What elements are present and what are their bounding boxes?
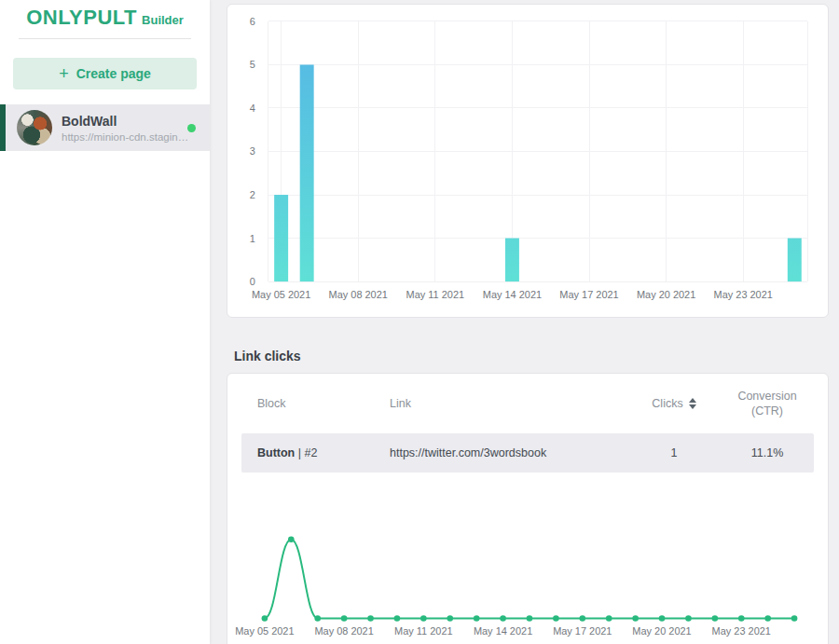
svg-text:May 20 2021: May 20 2021 [632, 625, 691, 637]
svg-text:May 05 2021: May 05 2021 [235, 625, 294, 637]
block-number: | #2 [298, 446, 318, 459]
svg-text:May 11 2021: May 11 2021 [394, 625, 453, 637]
svg-text:2: 2 [250, 189, 255, 200]
selected-accent-bar [0, 104, 6, 151]
main-content: 0123456May 05 2021May 08 2021May 11 2021… [210, 0, 839, 644]
svg-text:May 14 2021: May 14 2021 [483, 289, 542, 300]
svg-text:1: 1 [250, 233, 255, 244]
svg-text:6: 6 [250, 16, 255, 27]
svg-text:May 14 2021: May 14 2021 [474, 625, 532, 637]
clicks-header-label: Clicks [652, 397, 682, 410]
svg-text:May 23 2021: May 23 2021 [712, 625, 771, 637]
cell-link: https://twitter.com/3wordsbook [390, 446, 627, 459]
svg-text:May 23 2021: May 23 2021 [714, 289, 773, 300]
block-name: Button [257, 446, 295, 459]
page-meta: BoldWall https://minion-cdn.stagin… [62, 114, 187, 143]
divider [19, 38, 191, 39]
logo[interactable]: ONLYPULTBuilder [0, 0, 210, 30]
views-chart-card: 0123456May 05 2021May 08 2021May 11 2021… [227, 4, 829, 318]
logo-suffix: Builder [142, 13, 184, 27]
online-status-dot [187, 124, 196, 132]
svg-text:May 17 2021: May 17 2021 [559, 289, 618, 300]
plus-icon: + [59, 65, 69, 82]
conversion-header-line2: (CTR) [751, 404, 783, 418]
svg-text:May 05 2021: May 05 2021 [252, 289, 310, 300]
column-header-block: Block [241, 397, 390, 410]
svg-text:May 20 2021: May 20 2021 [637, 289, 695, 300]
svg-text:4: 4 [250, 103, 255, 114]
svg-text:May 08 2021: May 08 2021 [314, 625, 373, 637]
table-row: Button | #2 https://twitter.com/3wordsbo… [241, 433, 814, 473]
column-header-clicks-sort[interactable]: Clicks [627, 397, 721, 410]
svg-text:May 17 2021: May 17 2021 [553, 625, 612, 637]
clicks-line-chart: May 05 2021May 08 2021May 11 2021May 14 … [227, 473, 828, 644]
create-page-label: Create page [76, 66, 151, 81]
views-bar-chart: 0123456May 05 2021May 08 2021May 11 2021… [227, 5, 828, 318]
svg-text:5: 5 [250, 59, 255, 70]
logo-brand: ONLYPULT [26, 6, 137, 29]
page-url: https://minion-cdn.stagin… [62, 131, 187, 143]
cell-conversion: 11.1% [721, 445, 814, 460]
sidebar-item-boldwall[interactable]: BoldWall https://minion-cdn.stagin… [0, 104, 210, 151]
column-header-link: Link [390, 397, 627, 410]
conversion-header-line1: Conversion [737, 389, 796, 404]
sort-icon [689, 398, 696, 409]
sidebar: ONLYPULTBuilder + Create page BoldWall h… [0, 0, 210, 644]
svg-text:May 08 2021: May 08 2021 [329, 289, 388, 300]
svg-text:0: 0 [250, 276, 255, 287]
link-clicks-heading: Link clicks [234, 349, 829, 363]
svg-text:May 11 2021: May 11 2021 [406, 289, 465, 300]
page-title: BoldWall [62, 114, 187, 129]
app-root: ONLYPULTBuilder + Create page BoldWall h… [0, 0, 839, 644]
cell-clicks: 1 [627, 446, 721, 459]
cell-block: Button | #2 [241, 446, 390, 459]
link-clicks-card: Block Link Clicks Conversion (CTR) Butto… [227, 373, 829, 644]
column-header-conversion: Conversion (CTR) [721, 389, 814, 419]
table-header-row: Block Link Clicks Conversion (CTR) [227, 374, 828, 433]
svg-text:3: 3 [250, 145, 255, 157]
create-page-button[interactable]: + Create page [13, 58, 197, 89]
page-avatar [17, 110, 52, 145]
